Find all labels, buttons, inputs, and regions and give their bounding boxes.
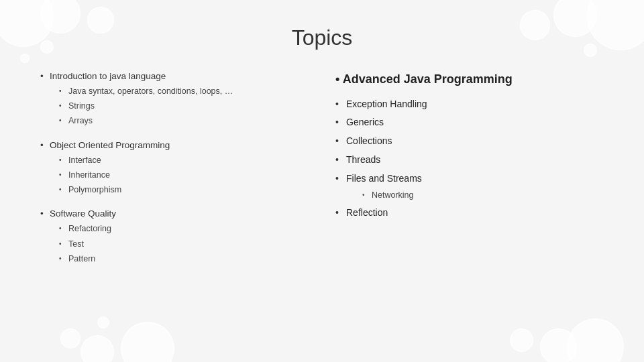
right-list-item-threads: Threads [335,152,604,168]
deco-bubble [80,335,114,362]
deco-bubble [40,40,54,54]
section-oop: Object Oriented Programming Interface In… [40,138,309,198]
list-item: Polymorphism [59,183,309,197]
right-sub-item-networking: Networking [362,188,604,202]
section-intro: Introduction to java language Java synta… [40,69,309,129]
list-item: Refactoring [59,222,309,236]
slide: Topics Introduction to java language Jav… [0,0,644,362]
left-column: Introduction to java language Java synta… [40,69,309,276]
deco-bubble [584,44,597,57]
deco-bubble [510,328,533,352]
list-item: Arrays [59,114,309,128]
content-area: Introduction to java language Java synta… [0,69,644,276]
right-list-item-reflection: Reflection [335,205,604,221]
right-items-list: Exception Handling Generics Collections … [335,97,604,221]
deco-bubble [60,328,80,349]
right-list-item-collections: Collections [335,133,604,149]
list-item: Inheritance [59,168,309,182]
right-list-item-generics: Generics [335,115,604,131]
deco-bubble [87,7,114,34]
deco-bubble [540,328,577,362]
right-column: • Advanced Java Programming Exception Ha… [335,69,604,276]
list-item: Strings [59,99,309,113]
list-item: Pattern [59,252,309,266]
list-item: Java syntax, operators, conditions, loop… [59,84,309,99]
deco-bubble [97,316,109,328]
deco-bubble [121,322,174,362]
section-oop-label: Object Oriented Programming [50,140,170,150]
right-section-header: • Advanced Java Programming [335,69,604,90]
section-swq-label: Software Quality [50,208,116,219]
deco-bubble [20,54,30,63]
list-item: Interface [59,154,309,168]
right-list-item-files: Files and Streams Networking [335,171,604,202]
section-intro-label: Introduction to java language [50,71,166,81]
deco-bubble [520,10,550,40]
section-swq: Software Quality Refactoring Test Patter… [40,206,309,266]
list-item: Test [59,237,309,251]
right-list-item-exception: Exception Handling [335,97,604,113]
